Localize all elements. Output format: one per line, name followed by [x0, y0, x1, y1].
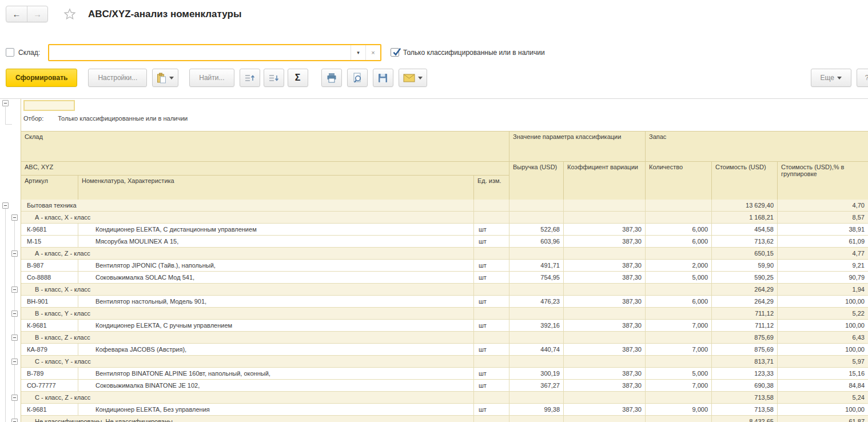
group-collapse-marker[interactable]: [2, 202, 9, 209]
table-row[interactable]: Со-8888 Соковыжималка SOLAC Мод 541, шт …: [21, 272, 868, 284]
active-cell[interactable]: [23, 100, 75, 111]
table-row[interactable]: К-9681 Кондиционер ELEKTA, Без управлени…: [21, 404, 868, 416]
report-variants-button[interactable]: [152, 69, 178, 87]
header-cost[interactable]: Стоимость (USD): [712, 162, 778, 200]
cost-cell: 59,90: [712, 260, 778, 272]
group-collapse-marker[interactable]: [11, 286, 18, 293]
group-label-cell: А - класс, Z - класс: [21, 248, 474, 260]
save-button[interactable]: [373, 69, 393, 87]
help-button[interactable]: ?: [857, 69, 868, 87]
header-cv[interactable]: Коэффициент вариации: [564, 162, 646, 200]
expand-groups-button[interactable]: [264, 69, 284, 87]
send-mail-button[interactable]: [399, 69, 427, 87]
sum-button[interactable]: Σ: [288, 69, 308, 87]
group-row[interactable]: В - класс, Z - класс 875,69 6,43: [21, 332, 868, 344]
only-classified-checkbox[interactable]: [391, 48, 399, 57]
print-preview-button[interactable]: [347, 69, 368, 87]
nomenclature-cell: Кофеварка JACOBS (Австрия),: [78, 344, 474, 356]
group-row[interactable]: А - класс, Z - класс 650,15 4,77: [21, 248, 868, 260]
back-button[interactable]: ←: [6, 6, 27, 22]
table-row[interactable]: В-789 Вентилятор BINATONE ALPINE 160вт, …: [21, 368, 868, 380]
table-row[interactable]: В-987 Вентилятор JIPONIC (Тайв.), наполь…: [21, 260, 868, 272]
more-button[interactable]: Еще: [811, 69, 851, 87]
header-zapas-group[interactable]: Запас: [646, 132, 868, 162]
table-row[interactable]: К-9681 Кондиционер ELEKTA, С ручным упра…: [21, 320, 868, 332]
find-button[interactable]: Найти...: [189, 69, 234, 87]
qty-cell: 6,000: [646, 296, 712, 308]
forward-button[interactable]: →: [27, 6, 47, 22]
group-row[interactable]: А - класс, X - класс 1 168,21 8,57: [21, 212, 868, 224]
group-row[interactable]: В - класс, X - класс 264,29 1,94: [21, 284, 868, 296]
nomenclature-cell: Мясорубка MOULINEX А 15,: [78, 236, 474, 248]
header-abc-xyz[interactable]: ABC, XYZ: [21, 162, 509, 176]
unit-cell: шт: [474, 404, 509, 416]
print-button[interactable]: [321, 69, 342, 87]
cost-cell: 875,69: [712, 344, 778, 356]
group-label-cell: В - класс, X - класс: [21, 284, 474, 296]
cost-cell: 590,25: [712, 272, 778, 284]
pct-cell: 6,43: [778, 332, 868, 344]
header-sklad[interactable]: Склад: [21, 132, 509, 162]
unit-cell: [474, 356, 509, 368]
revenue-cell: [509, 284, 564, 296]
table-row[interactable]: КА-879 Кофеварка JACOBS (Австрия), шт 44…: [21, 344, 868, 356]
qty-cell: [646, 212, 712, 224]
group-collapse-marker[interactable]: [11, 310, 18, 317]
table-row[interactable]: К-9681 Кондиционер ELEKTA, С дистанционн…: [21, 224, 868, 236]
report-filter-label: Отбор:: [23, 115, 43, 122]
qty-cell: [646, 392, 712, 404]
collapse-groups-button[interactable]: [240, 69, 260, 87]
report-collapse-marker[interactable]: [2, 100, 9, 106]
settings-button[interactable]: Настройки...: [88, 69, 147, 87]
favorite-star-icon[interactable]: [63, 7, 77, 21]
header-quantity[interactable]: Количество: [646, 162, 712, 200]
table-row[interactable]: СО-77777 Соковыжималка BINATONE JE 102, …: [21, 380, 868, 392]
cv-cell: 387,30: [564, 260, 646, 272]
header-param-group[interactable]: Значение параметра классификации: [509, 132, 646, 162]
group-row[interactable]: С - класс, Y - класс 813,71 5,97: [21, 356, 868, 368]
group-row[interactable]: С - класс, Z - класс 713,58 5,24: [21, 392, 868, 404]
group-row[interactable]: Не классифицированы, Не классифицированы…: [21, 416, 868, 422]
revenue-cell: [509, 200, 564, 212]
cost-cell: 1 168,21: [712, 212, 778, 224]
unit-cell: [474, 332, 509, 344]
revenue-cell: 392,16: [509, 320, 564, 332]
qty-cell: [646, 248, 712, 260]
group-collapse-marker[interactable]: [11, 359, 18, 365]
group-collapse-marker[interactable]: [11, 395, 18, 401]
warehouse-clear-button[interactable]: ×: [365, 45, 380, 60]
table-header: Склад Значение параметра классификации З…: [21, 131, 868, 200]
generate-button[interactable]: Сформировать: [6, 69, 77, 87]
table-row[interactable]: М-15 Мясорубка MOULINEX А 15, шт 603,96 …: [21, 236, 868, 248]
sku-cell: Со-8888: [21, 272, 78, 284]
group-collapse-marker[interactable]: [11, 335, 18, 341]
group-collapse-marker[interactable]: [11, 214, 18, 221]
header-sku[interactable]: Артикул: [21, 176, 78, 200]
cost-cell: 264,29: [712, 296, 778, 308]
cv-cell: 387,30: [564, 236, 646, 248]
pct-cell: 9,21: [778, 260, 868, 272]
revenue-cell: 99,38: [509, 404, 564, 416]
cost-cell: 690,38: [712, 380, 778, 392]
pct-cell: 38,91: [778, 224, 868, 236]
unit-cell: шт: [474, 380, 509, 392]
warehouse-input[interactable]: [49, 45, 351, 60]
warehouse-checkbox[interactable]: [6, 48, 14, 57]
cost-cell: 713,58: [712, 392, 778, 404]
group-collapse-marker[interactable]: [11, 419, 18, 422]
header-revenue[interactable]: Выручка (USD): [509, 162, 564, 200]
unit-cell: [474, 392, 509, 404]
header-cost-pct[interactable]: Стоимость (USD),% в группировке: [778, 162, 868, 200]
header-unit[interactable]: Ед. изм.: [474, 176, 509, 200]
group-row[interactable]: В - класс, Y - класс 711,12 5,22: [21, 308, 868, 320]
table-row[interactable]: ВН-901 Вентилятор настольный, Модель 901…: [21, 296, 868, 308]
cv-cell: 387,30: [564, 404, 646, 416]
warehouse-dropdown-button[interactable]: ▾: [351, 45, 365, 60]
group-label-cell: С - класс, Z - класс: [21, 392, 474, 404]
unit-cell: шт: [474, 368, 509, 380]
group-collapse-marker[interactable]: [11, 250, 18, 257]
abc-xyz-report-window: ← → ABC/XYZ-анализ номенклатуры Склад: ▾…: [0, 0, 868, 422]
group-row[interactable]: Бытовая техника 13 629,40 4,70: [21, 200, 868, 212]
header-nomenclature[interactable]: Номенклатура, Характеристика: [78, 176, 474, 200]
pct-cell: 90,79: [778, 272, 868, 284]
